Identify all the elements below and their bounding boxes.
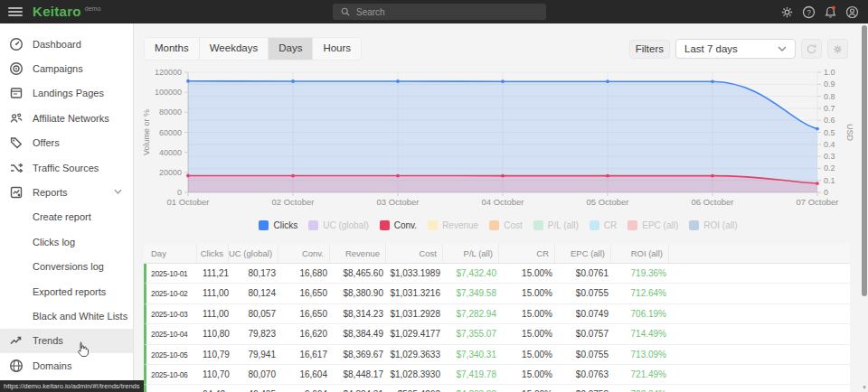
refresh-icon [806, 43, 817, 55]
sidebar-item-trends[interactable]: Trends [0, 329, 133, 353]
legend-label: Clicks [273, 220, 297, 230]
url-tooltip: https://demo.keitaro.io/admin/#!/trends/… [0, 380, 144, 392]
legend-item-uc-global-[interactable]: UC (global) [308, 220, 369, 230]
cell-conv-: 16,650 [281, 304, 333, 323]
column-header-conv-[interactable]: Conv. [278, 244, 330, 263]
filters-button[interactable]: Filters [629, 40, 670, 59]
sidebar-item-campaigns[interactable]: Campaigns [0, 56, 133, 80]
mouse-cursor [76, 341, 90, 359]
trends-table: DayClicksUC (global)Conv.RevenueCostP/L … [144, 244, 850, 392]
sidebar-item-label: Offers [33, 137, 60, 148]
app-logo[interactable]: Keitarodemo [33, 4, 100, 19]
table-row[interactable]: 2025-10-02111,0080,12416,650$8,380.90$1,… [144, 284, 850, 303]
sidebar-item-affiliate-networks[interactable]: Affiliate Networks [0, 106, 133, 130]
legend-item-cr[interactable]: CR [590, 220, 617, 230]
legend-label: ROI (all) [703, 220, 737, 230]
sidebar-subitem-create-report[interactable]: Create report [0, 205, 133, 229]
cell-conv-: 9,664 [281, 385, 333, 392]
sidebar-subitem-conversions-log[interactable]: Conversions log [0, 255, 133, 279]
legend-item-p-l-all-[interactable]: P/L (all) [533, 220, 579, 230]
search-input[interactable]: Search [333, 4, 546, 20]
vertical-scrollbar[interactable]: ▾ [861, 23, 868, 392]
top-bar: Keitarodemo Search ? [0, 0, 868, 23]
legend-item-clicks[interactable]: Clicks [259, 220, 297, 230]
tab-weekdays[interactable]: Weekdays [200, 38, 269, 60]
svg-text:100000: 100000 [155, 88, 182, 97]
scrollbar-thumb[interactable] [862, 25, 867, 296]
legend-item-cost[interactable]: Cost [489, 220, 523, 230]
offers-icon [9, 135, 24, 150]
table-row[interactable]: 2025-10-01111,2180,17316,680$8,465.60$1,… [144, 264, 850, 284]
table-row[interactable]: 2025-10-06110,7080,07016,604$8,448.17$1,… [144, 365, 850, 385]
sidebar-item-label: Affiliate Networks [33, 113, 109, 124]
cell-clicks: 110,80 [200, 324, 231, 343]
table-row[interactable]: 2025-10-03111,0080,05716,650$8,314.23$1,… [144, 304, 850, 324]
column-header-revenue[interactable]: Revenue [330, 244, 386, 263]
dashboard-icon [9, 37, 24, 51]
refresh-button[interactable] [801, 39, 822, 59]
column-header-cr[interactable]: CR [499, 244, 555, 263]
svg-text:06 October: 06 October [692, 197, 734, 207]
column-header-clicks[interactable]: Clicks [197, 244, 229, 263]
table-row[interactable]: 2025-10-05110,7979,94116,617$8,369.67$1,… [144, 345, 850, 365]
sidebar-subitem-black-and-white-lists[interactable]: Black and White Lists [0, 303, 133, 328]
help-icon[interactable]: ? [802, 5, 816, 19]
cell-conv-: 16,617 [281, 345, 333, 364]
column-header-day[interactable]: Day [144, 244, 197, 263]
sidebar-item-dashboard[interactable]: Dashboard [0, 32, 133, 56]
svg-text:0.8: 0.8 [824, 92, 835, 101]
sidebar-item-domains[interactable]: Domains [0, 353, 133, 378]
svg-text:USD: USD [845, 124, 854, 142]
legend-item-roi-all-[interactable]: ROI (all) [689, 220, 737, 230]
sidebar-item-reports[interactable]: Reports [0, 180, 133, 204]
legend-item-conv-[interactable]: Conv. [380, 220, 417, 230]
cell-cost: $1,031.2928 [389, 304, 446, 323]
chart-legend: ClicksUC (global)Conv.RevenueCostP/L (al… [134, 220, 863, 230]
chart-settings-button[interactable] [827, 39, 848, 59]
scrollbar-down-arrow[interactable]: ▾ [861, 384, 868, 391]
column-header-uc-global-[interactable]: UC (global) [229, 244, 278, 263]
tab-months[interactable]: Months [145, 38, 200, 60]
legend-label: UC (global) [323, 220, 369, 230]
table-row[interactable]: 2025-10-0764,4246,4059,664$4,884.31$595.… [144, 385, 850, 392]
cell-revenue: $8,448.17 [333, 365, 389, 384]
cell-uc-global-: 80,070 [231, 365, 281, 384]
cell-roi-all-: 720.34% [614, 385, 672, 392]
affiliate-icon [9, 111, 24, 126]
tab-hours[interactable]: Hours [313, 38, 361, 60]
chevron-down-icon [778, 46, 787, 51]
menu-icon[interactable] [8, 7, 23, 16]
cell-day: 2025-10-01 [146, 264, 200, 283]
sidebar-item-label: Reports [33, 187, 68, 198]
user-avatar-icon[interactable] [845, 5, 859, 19]
svg-text:07 October: 07 October [797, 197, 839, 207]
sidebar-item-offers[interactable]: Offers [0, 131, 133, 155]
date-range-value: Last 7 days [684, 43, 738, 54]
cell-uc-global-: 46,405 [231, 385, 281, 392]
cell-epc-all-: $0.0761 [558, 264, 614, 283]
settings-icon[interactable] [780, 5, 794, 19]
notifications-icon[interactable] [824, 5, 837, 19]
cell-clicks: 110,79 [200, 345, 231, 364]
legend-swatch [489, 220, 499, 230]
sidebar-subitem-clicks-log[interactable]: Clicks log [0, 229, 133, 254]
svg-text:0.7: 0.7 [824, 104, 835, 113]
sidebar-subitem-exported-reports[interactable]: Exported reports [0, 279, 133, 303]
legend-item-revenue[interactable]: Revenue [428, 220, 478, 230]
legend-swatch [590, 220, 599, 230]
svg-text:120000: 120000 [155, 68, 182, 77]
column-header-epc-all-[interactable]: EPC (all) [555, 244, 611, 263]
column-header-cost[interactable]: Cost [386, 244, 443, 263]
cell-p-l-all-: $7,340.31 [446, 345, 502, 364]
column-header-p-l-all-[interactable]: P/L (all) [443, 244, 499, 263]
logo-badge: demo [85, 5, 101, 12]
cell-day: 2025-10-04 [146, 324, 200, 343]
column-header-roi-all-[interactable]: ROI (all) [611, 244, 669, 263]
legend-item-epc-all-[interactable]: EPC (all) [627, 220, 678, 230]
sidebar-item-traffic-sources[interactable]: Traffic Sources [0, 155, 133, 180]
sidebar-item-landings-pages[interactable]: Landings Pages [0, 81, 133, 106]
tab-days[interactable]: Days [269, 38, 313, 60]
cell-clicks: 64,42 [200, 385, 231, 392]
table-row[interactable]: 2025-10-04110,8079,82316,620$8,384.49$1,… [144, 324, 850, 344]
date-range-select[interactable]: Last 7 days [675, 39, 796, 59]
